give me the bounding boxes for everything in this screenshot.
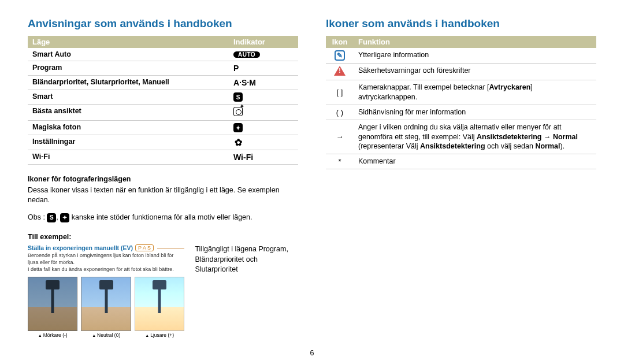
table-row: Smart AutoAUTO (28, 48, 298, 61)
sub-heading-modes: Ikoner för fotograferingslägen (28, 175, 298, 183)
mode-cell: Magiska foton (28, 121, 229, 135)
gear-icon: ✿ (233, 138, 243, 147)
function-cell: Kameraknappar. Till exempel betecknar [A… (354, 80, 596, 105)
function-cell: Sidhänvisning för mer information (354, 105, 596, 120)
table-row: ✎Ytterligare information (326, 48, 596, 64)
table-row: Wi-FiWi-Fi (28, 150, 298, 164)
face-icon (233, 107, 243, 116)
example-heading: Till exempel: (28, 233, 298, 241)
indicator-cell (229, 105, 298, 121)
indicator-cell: ✦ (229, 121, 298, 135)
mode-cell: Smart Auto (28, 48, 229, 61)
table-row: *Kommentar (326, 154, 596, 169)
mode-icon: ✦ (233, 123, 243, 132)
obs-para: Obs : S, ✦ kanske inte stöder funktioner… (28, 213, 298, 223)
col-mode: Läge (28, 36, 229, 48)
icon-cell: ( ) (326, 105, 354, 120)
example-heading-text: Ställa in exponeringen manuellt (EV) (28, 244, 133, 251)
mode-cell: Bländarprioritet, Slutarprioritet, Manue… (28, 76, 229, 90)
warning-icon (334, 66, 346, 76)
right-column: Ikoner som används i handboken Ikon Funk… (326, 17, 596, 338)
obs-prefix: Obs : (28, 213, 45, 221)
indicator-cell: AUTO (229, 48, 298, 61)
table-header-row: Ikon Funktion (326, 36, 596, 48)
right-title: Ikoner som används i handboken (326, 17, 596, 30)
table-row: ProgramP (28, 61, 298, 76)
obs-suffix: kanske inte stöder funktionerna för alla… (72, 213, 252, 221)
magic-icon: ✦ (60, 213, 69, 222)
thumb-label-3: Ljusare (+) (135, 332, 184, 338)
example-box: Ställa in exponeringen manuellt (EV) P A… (28, 244, 184, 338)
table-row: Inställningar✿ (28, 135, 298, 150)
table-header-row: Läge Indikator (28, 36, 298, 48)
smart-icon: S (47, 213, 56, 222)
indicator-text: Wi-Fi (233, 153, 253, 162)
indicator-cell: ✿ (229, 135, 298, 150)
indicator-cell: A·S·M (229, 76, 298, 90)
table-row: →Anger i vilken ordning du ska välja alt… (326, 120, 596, 154)
info-icon: ✎ (335, 50, 345, 61)
mode-table: Läge Indikator Smart AutoAUTOProgramPBlä… (28, 36, 298, 165)
auto-icon: AUTO (233, 51, 260, 58)
icon-cell: ✎ (326, 48, 354, 64)
mode-cell: Smart (28, 90, 229, 105)
indicator-cell: S (229, 90, 298, 105)
function-cell: Anger i vilken ordning du ska välja alte… (354, 120, 596, 154)
thumbs: Mörkare (-) Neutral (0) Ljusare (+) (28, 277, 184, 338)
page-number: 6 (310, 349, 314, 357)
thumb-img-1 (28, 277, 77, 331)
col-indicator: Indikator (229, 36, 298, 48)
icon-cell: → (326, 120, 354, 154)
example-badge: P A S (135, 244, 154, 251)
left-title: Anvisningar som används i handboken (28, 17, 298, 30)
mode-icon: S (233, 92, 243, 102)
indicator-cell: Wi-Fi (229, 150, 298, 164)
col-icon: Ikon (326, 36, 354, 48)
function-cell: Säkerhetsvarningar och föreskrifter (354, 64, 596, 80)
table-row: Magiska foton✦ (28, 121, 298, 135)
icon-cell: [ ] (326, 80, 354, 105)
table-row: Säkerhetsvarningar och föreskrifter (326, 64, 596, 80)
modes-para: Dessa ikoner visas i texten när en funkt… (28, 185, 298, 206)
thumb-img-2 (81, 277, 131, 331)
indicator-cell: P (229, 61, 298, 76)
callout-connector (157, 248, 185, 248)
left-column: Anvisningar som används i handboken Läge… (28, 17, 298, 338)
example-row: Ställa in exponeringen manuellt (EV) P A… (28, 244, 298, 338)
example-desc1: Beroende på styrkan i omgivningens ljus … (28, 252, 184, 266)
example-desc2: I detta fall kan du ändra exponeringen f… (28, 266, 184, 273)
table-row: ( )Sidhänvisning för mer information (326, 105, 596, 120)
icon-cell (326, 64, 354, 80)
thumb-label-1: Mörkare (-) (28, 332, 77, 338)
mode-cell: Program (28, 61, 229, 76)
indicator-text: P (233, 64, 239, 73)
mode-cell: Bästa ansiktet (28, 105, 229, 121)
thumb-label-2: Neutral (0) (81, 332, 131, 338)
thumb-1: Mörkare (-) (28, 277, 77, 338)
table-row: Bästa ansiktet (28, 105, 298, 121)
indicator-text: A·S·M (233, 78, 256, 87)
thumb-2: Neutral (0) (81, 277, 131, 338)
table-row: [ ]Kameraknappar. Till exempel betecknar… (326, 80, 596, 105)
thumb-img-3 (135, 277, 184, 331)
function-cell: Kommentar (354, 154, 596, 169)
table-row: SmartS (28, 90, 298, 105)
thumb-3: Ljusare (+) (135, 277, 184, 338)
mode-cell: Wi-Fi (28, 150, 229, 164)
example-callout: Tillgängligt i lägena Program, Bländarpr… (195, 244, 298, 338)
col-function: Funktion (354, 36, 596, 48)
table-row: Bländarprioritet, Slutarprioritet, Manue… (28, 76, 298, 90)
mode-cell: Inställningar (28, 135, 229, 150)
icon-cell: * (326, 154, 354, 169)
function-cell: Ytterligare information (354, 48, 596, 64)
icon-table: Ikon Funktion ✎Ytterligare informationSä… (326, 36, 596, 169)
